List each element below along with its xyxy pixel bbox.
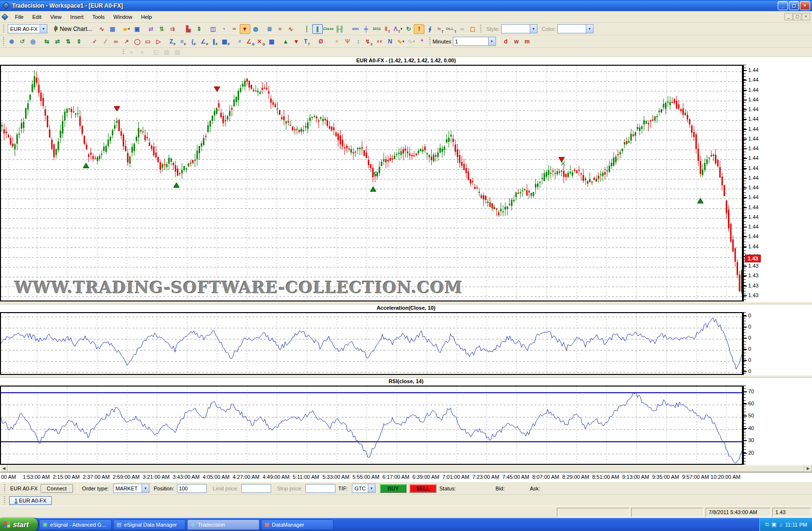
minutes-combo[interactable]: 1 ▼ (453, 37, 496, 46)
order-type-select[interactable]: MARKET ▼ (113, 484, 149, 493)
style-ticks-icon[interactable]: ┆ (302, 24, 312, 34)
style-bars-icon[interactable]: ╟╢ (334, 24, 345, 34)
taskbar-button-tradecision[interactable]: ◆Tradecision (187, 519, 260, 530)
zigzag-icon[interactable]: ∧∨ (374, 37, 385, 46)
buy-button[interactable]: BUY (380, 484, 406, 493)
neural-net-icon[interactable]: ΛT▾ (392, 24, 403, 34)
menu-window[interactable]: Window (109, 12, 137, 22)
menu-view[interactable]: View (46, 12, 66, 22)
sell-arrow-icon[interactable]: ▼ (291, 37, 302, 46)
fibo-channel-icon[interactable]: ∥F (210, 37, 220, 46)
style-candles-icon[interactable]: ∥ (312, 24, 323, 34)
zoom-all-icon[interactable]: ◎ (28, 37, 38, 46)
symbol-scan-icon[interactable]: ∿ (286, 24, 296, 34)
draw-trendline-icon[interactable]: ∕ (100, 37, 111, 46)
merge-data-icon[interactable]: ⇉ (167, 24, 178, 34)
title-bar[interactable]: Tradecision - Workspace1 - [EUR A0-FX] _… (0, 0, 812, 11)
buy-arrow-icon[interactable]: ▲ (280, 37, 291, 46)
price-axis[interactable]: 1.431.431.431.431.441.441.441.441.441.44… (742, 65, 812, 301)
mdi-close-button[interactable]: × (802, 13, 810, 20)
wave-profile-icon[interactable]: N (385, 37, 395, 46)
menu-insert[interactable]: Insert (66, 12, 88, 22)
news-globe-icon[interactable]: ◍ (250, 24, 261, 34)
mdi-minimize-button[interactable]: _ (784, 13, 793, 20)
scrollbar-left-arrow[interactable]: ◀ (0, 465, 8, 472)
taskbar-button-datamanager[interactable]: ▦DataManager (261, 519, 334, 530)
squeeze-horizontal-icon[interactable]: ⇆ (42, 37, 52, 46)
tif-select[interactable]: GTC ▼ (352, 484, 375, 493)
chevron-down-icon[interactable]: ▼ (586, 25, 593, 33)
stop-price-input[interactable] (305, 484, 335, 493)
chevron-down-icon[interactable]: ▼ (142, 484, 149, 492)
fibo-grid-icon[interactable]: ▦F (220, 37, 231, 46)
star-burst-icon[interactable]: * (417, 37, 427, 46)
fibo-fan-icon[interactable]: ∠F (199, 37, 210, 46)
fibo-arcs-icon[interactable]: (F (188, 37, 199, 46)
menu-edit[interactable]: Edit (28, 12, 46, 22)
chevron-down-icon[interactable]: ▼ (530, 25, 537, 33)
indicator-list-icon[interactable]: ≣ (264, 24, 275, 34)
volume-icon[interactable]: ♫ (779, 522, 783, 528)
parallel-lines-icon[interactable]: // (234, 37, 245, 46)
daily-bars-icon[interactable]: d (501, 37, 511, 46)
fibo-time-zones-icon[interactable]: ZF (167, 37, 178, 46)
strategy-swap-icon[interactable]: ↻ (403, 24, 414, 34)
improver-icon[interactable]: ‖T (382, 24, 392, 34)
position-input[interactable] (177, 484, 207, 493)
menu-file[interactable]: File (11, 12, 28, 22)
save-icon[interactable]: ▣ (132, 24, 143, 34)
monthly-bars-icon[interactable]: m (522, 37, 533, 46)
expand-vertical-icon[interactable]: ⇕ (73, 37, 84, 46)
draw-ray-icon[interactable]: ↗ (121, 37, 132, 46)
binary-code-icon[interactable]: 1011 (371, 24, 382, 34)
network-icon[interactable]: ⧉ (765, 521, 769, 528)
share-chart-icon[interactable]: ⇄ (146, 24, 157, 34)
strategy-alert-icon[interactable]: ! (414, 24, 424, 34)
zoom-in-icon[interactable]: ⊕ (6, 37, 17, 46)
import-chart-icon[interactable]: ⇅ (157, 24, 167, 34)
close-button[interactable]: × (800, 1, 810, 10)
workspace-layout-icon[interactable]: ◫ (208, 24, 218, 34)
print-layout-icon[interactable]: ▦ (107, 24, 118, 34)
style-close-line-icon[interactable]: Close (323, 24, 334, 34)
toolbar-grip[interactable] (480, 25, 481, 33)
toolbar-grip[interactable] (123, 49, 124, 56)
range-measure-icon[interactable]: ↕ (353, 37, 363, 46)
text-label-icon[interactable]: TT (302, 37, 312, 46)
acceleration-chart[interactable] (0, 312, 742, 375)
zoom-back-icon[interactable]: ↺ (17, 37, 28, 46)
pin-strategy-icon[interactable]: ╪ (361, 24, 371, 34)
toolbar-grip[interactable] (3, 25, 4, 33)
gann-fan-icon[interactable]: ∠G (245, 37, 256, 46)
draw-ellipse-icon[interactable]: ◯ (132, 37, 143, 46)
menu-tools[interactable]: Tools (88, 12, 109, 22)
chart-wizard-icon[interactable]: ∿ (97, 24, 107, 34)
draw-triangle-icon[interactable]: ▷ (153, 37, 164, 46)
fibo-retracement-icon[interactable]: ≡F (178, 37, 188, 46)
pitchfork-icon[interactable]: Ψ (342, 37, 353, 46)
rsi-chart[interactable] (0, 386, 742, 465)
updown-candles-icon[interactable]: ⇕ (194, 24, 204, 34)
sim-trade-icon[interactable]: sim (350, 24, 361, 34)
display-icon[interactable]: ▣ (771, 521, 776, 528)
gann-grid-icon[interactable]: ✕G (256, 37, 266, 46)
volume-histogram-icon[interactable]: ılı (229, 24, 240, 34)
cycle-wave-icon[interactable]: ∿▾ (395, 37, 406, 46)
chevron-down-icon[interactable]: ▼ (368, 484, 375, 492)
start-button[interactable]: start (0, 518, 38, 531)
toolbar-grip[interactable] (3, 37, 4, 46)
connect-button[interactable]: Connect (41, 484, 73, 493)
scrollbar-right-arrow[interactable]: ▶ (804, 465, 812, 472)
toolbar-grip[interactable] (4, 484, 5, 493)
percent-change-icon[interactable]: ↯2 (363, 37, 374, 46)
price-scale-icon[interactable]: ▙ (183, 24, 194, 34)
squeeze-vertical-icon[interactable]: ⇅ (63, 37, 73, 46)
taskbar-button-esignal-advanced-g[interactable]: ▣eSignal - Advanced G... (39, 519, 112, 530)
toolbar-grip[interactable] (429, 37, 431, 46)
color-combo[interactable]: ▼ (557, 24, 594, 33)
dll-icon[interactable]: DLLT (446, 24, 457, 34)
tab-eur-a0-fx[interactable]: 1 EUR A0-FX (9, 496, 52, 505)
draw-curve-icon[interactable]: ∞ (111, 37, 121, 46)
sketch-formula-icon[interactable]: ∮ (424, 24, 435, 34)
select-region-icon[interactable]: ▢ (467, 24, 478, 34)
